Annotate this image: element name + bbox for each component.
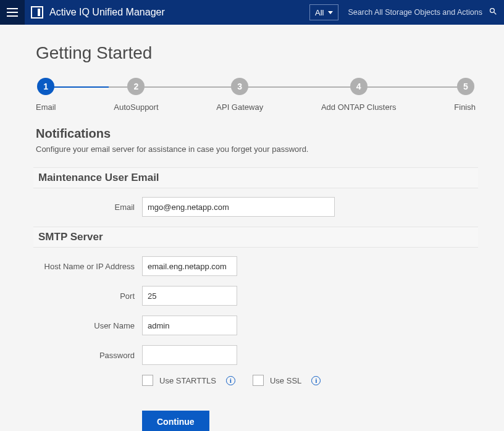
step-number: 2 bbox=[127, 78, 145, 95]
page-content: Getting Started 1 Email 2 AutoSupport 3 … bbox=[0, 25, 504, 431]
step-number: 5 bbox=[457, 78, 474, 95]
ssl-label: Use SSL bbox=[270, 376, 301, 385]
continue-button[interactable]: Continue bbox=[142, 411, 209, 431]
host-label: Host Name or IP Address bbox=[36, 262, 142, 271]
smtp-heading: SMTP Server bbox=[38, 231, 473, 243]
search-icon bbox=[489, 7, 498, 19]
starttls-checkbox[interactable] bbox=[142, 375, 153, 386]
chevron-down-icon bbox=[328, 11, 333, 14]
password-row: Password bbox=[36, 345, 476, 365]
username-field[interactable] bbox=[142, 316, 237, 335]
step-label: API Gateway bbox=[216, 103, 263, 112]
hamburger-menu-button[interactable] bbox=[0, 0, 25, 25]
email-label: Email bbox=[36, 203, 142, 212]
username-row: User Name bbox=[36, 316, 476, 335]
host-field[interactable] bbox=[142, 256, 237, 276]
hamburger-icon bbox=[7, 8, 18, 17]
global-search[interactable]: Search All Storage Objects and Actions bbox=[342, 4, 505, 20]
page-title: Getting Started bbox=[36, 43, 476, 63]
step-api-gateway[interactable]: 3 API Gateway bbox=[216, 78, 263, 112]
email-row: Email bbox=[36, 197, 476, 217]
info-icon[interactable]: i bbox=[226, 376, 235, 385]
port-field[interactable] bbox=[142, 286, 237, 306]
port-row: Port bbox=[36, 286, 476, 306]
notifications-description: Configure your email server for assistan… bbox=[36, 144, 476, 154]
email-field[interactable] bbox=[142, 197, 335, 217]
step-label: Email bbox=[36, 103, 56, 112]
step-number: 3 bbox=[231, 78, 248, 95]
info-icon[interactable]: i bbox=[311, 376, 321, 385]
step-autosupport[interactable]: 2 AutoSupport bbox=[114, 78, 158, 112]
search-scope-dropdown[interactable]: All bbox=[309, 4, 338, 20]
app-title: Active IQ Unified Manager bbox=[49, 7, 165, 18]
maintenance-email-band: Maintenance User Email bbox=[33, 167, 478, 188]
step-label: Finish bbox=[454, 103, 476, 112]
step-add-clusters[interactable]: 4 Add ONTAP Clusters bbox=[321, 78, 397, 112]
host-row: Host Name or IP Address bbox=[36, 256, 476, 276]
netapp-logo-icon bbox=[31, 6, 43, 19]
notifications-heading: Notifications bbox=[36, 127, 476, 141]
port-label: Port bbox=[36, 291, 142, 301]
step-number: 4 bbox=[350, 78, 368, 95]
step-label: AutoSupport bbox=[114, 103, 158, 112]
search-placeholder: Search All Storage Objects and Actions bbox=[348, 8, 483, 17]
starttls-label: Use STARTTLS bbox=[159, 376, 216, 385]
ssl-checkbox[interactable] bbox=[253, 375, 264, 386]
step-email[interactable]: 1 Email bbox=[36, 78, 56, 112]
password-label: Password bbox=[36, 351, 142, 360]
tls-ssl-row: Use STARTTLS i Use SSL i bbox=[142, 375, 476, 386]
username-label: User Name bbox=[36, 321, 142, 330]
smtp-band: SMTP Server bbox=[33, 227, 478, 248]
step-finish[interactable]: 5 Finish bbox=[454, 78, 476, 112]
wizard-stepper: 1 Email 2 AutoSupport 3 API Gateway 4 Ad… bbox=[36, 78, 476, 112]
maintenance-email-heading: Maintenance User Email bbox=[38, 172, 473, 184]
app-header: Active IQ Unified Manager All Search All… bbox=[0, 0, 504, 25]
step-label: Add ONTAP Clusters bbox=[321, 103, 397, 112]
password-field[interactable] bbox=[142, 345, 237, 365]
search-scope-label: All bbox=[315, 8, 324, 17]
step-number: 1 bbox=[37, 78, 54, 95]
